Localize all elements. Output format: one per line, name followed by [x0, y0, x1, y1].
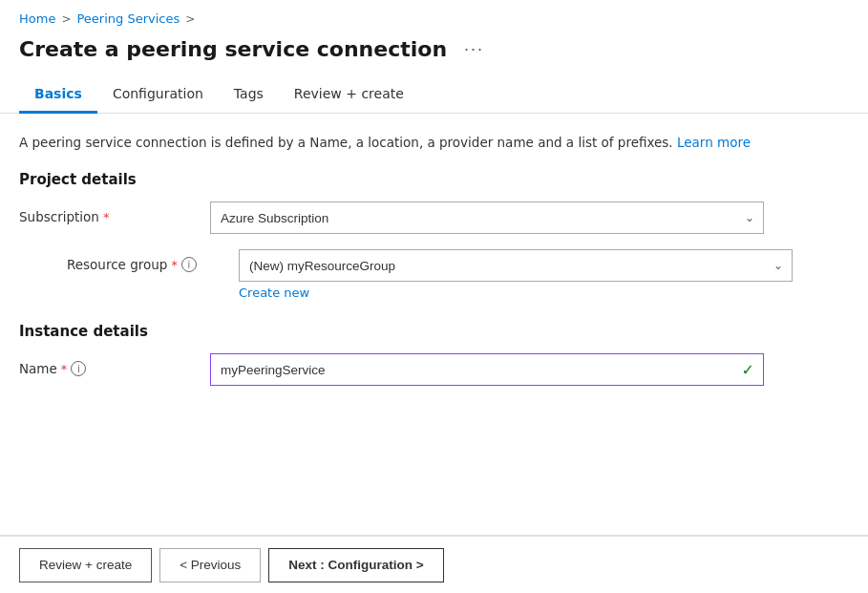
name-valid-check-icon: ✓ — [742, 361, 754, 379]
resource-group-control: (New) myResourceGroup ⌄ Create new — [239, 249, 793, 300]
next-button[interactable]: Next : Configuration > — [268, 548, 443, 582]
resource-group-label: Resource group * i — [48, 249, 239, 272]
breadcrumb-sep1: > — [61, 12, 71, 26]
page-title-area: Create a peering service connection ··· — [0, 33, 868, 76]
form-area: A peering service connection is defined … — [0, 114, 868, 420]
resource-group-info-icon: i — [181, 257, 197, 272]
name-info-icon: i — [71, 361, 86, 376]
resource-group-required: * — [171, 258, 178, 272]
instance-details-heading: Instance details — [19, 323, 849, 340]
review-create-button[interactable]: Review + create — [19, 548, 152, 582]
subscription-control: Azure Subscription ⌄ — [210, 201, 764, 234]
breadcrumb-peering-services[interactable]: Peering Services — [76, 11, 180, 26]
breadcrumb-sep2: > — [185, 12, 195, 26]
instance-details-section: Instance details Name * i ✓ — [19, 323, 849, 386]
learn-more-link[interactable]: Learn more — [677, 135, 751, 150]
page-title: Create a peering service connection — [19, 37, 447, 61]
subscription-dropdown-wrapper: Azure Subscription ⌄ — [210, 201, 764, 234]
ellipsis-button[interactable]: ··· — [458, 37, 490, 61]
subscription-row: Subscription * Azure Subscription ⌄ — [19, 201, 849, 234]
action-bar: Review + create < Previous Next : Config… — [0, 536, 868, 593]
resource-group-dropdown-wrapper: (New) myResourceGroup ⌄ — [239, 249, 793, 282]
project-details-heading: Project details — [19, 171, 849, 188]
resource-group-dropdown[interactable]: (New) myResourceGroup — [239, 249, 793, 282]
breadcrumb-home[interactable]: Home — [19, 11, 55, 26]
name-required: * — [61, 362, 68, 376]
create-new-link[interactable]: Create new — [239, 286, 309, 300]
tabs-container: Basics Configuration Tags Review + creat… — [0, 76, 868, 114]
subscription-required: * — [103, 210, 110, 224]
description-text: A peering service connection is defined … — [19, 133, 849, 152]
name-input[interactable] — [210, 353, 764, 386]
name-row: Name * i ✓ — [19, 353, 849, 386]
breadcrumb: Home > Peering Services > — [0, 0, 868, 33]
tab-tags[interactable]: Tags — [219, 76, 279, 114]
resource-group-row: Resource group * i (New) myResourceGroup… — [19, 249, 849, 300]
name-control: ✓ — [210, 353, 764, 386]
tab-configuration[interactable]: Configuration — [97, 76, 219, 114]
subscription-label: Subscription * — [19, 201, 210, 224]
subscription-dropdown[interactable]: Azure Subscription — [210, 201, 764, 234]
name-input-wrapper: ✓ — [210, 353, 764, 386]
name-label: Name * i — [19, 353, 210, 376]
tab-review-create[interactable]: Review + create — [279, 76, 419, 114]
tab-basics[interactable]: Basics — [19, 76, 97, 114]
previous-button[interactable]: < Previous — [159, 548, 261, 582]
